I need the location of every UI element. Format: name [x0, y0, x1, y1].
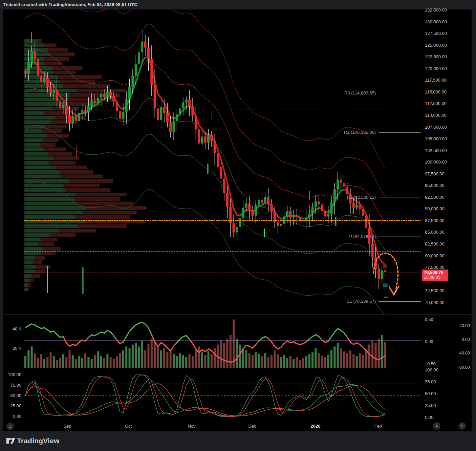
chart-canvas[interactable]: [0, 0, 476, 451]
tradingview-logo[interactable]: [6, 436, 16, 445]
pivot-label: P (84,076.32): [349, 234, 376, 239]
tradingview-wordmark[interactable]: TradingView: [17, 437, 60, 445]
current-price-value: 76,500.76: [424, 270, 443, 275]
outer-scale-border: [472, 9, 472, 431]
pane-separator-stoch[interactable]: [3, 370, 472, 370]
time-axis-border: [3, 422, 472, 422]
current-price-badge: 76,500.76 15:08:05: [422, 270, 448, 281]
pane-separator-volume[interactable]: [3, 314, 472, 315]
footer-bar: TradingView: [0, 431, 476, 451]
stoch-scale-label-left: 50.00: [5, 393, 21, 399]
pivot-label: R1 (92,520.11): [347, 195, 376, 200]
volume-scale-label: 40 K: [7, 326, 21, 332]
volume-scale-label: 20 K: [7, 346, 21, 351]
scale-a-label: A: [435, 424, 438, 428]
stoch-scale-label-left: 0.00: [5, 414, 21, 419]
timezone-button[interactable]: Z: [6, 423, 14, 430]
time-axis[interactable]: [3, 422, 472, 431]
stoch-scale-label-left: 25.00: [5, 403, 21, 409]
scale-b-button[interactable]: B: [458, 422, 466, 430]
scale-a-button[interactable]: A: [433, 422, 440, 430]
stoch-scale-label-left: 100.00: [5, 372, 21, 378]
pivot-label: S1 (70,239.57): [347, 299, 376, 304]
price-scale-border: [421, 9, 421, 431]
bar-countdown: 15:08:05: [424, 275, 448, 280]
stoch-scale-label-left: 75.00: [5, 383, 21, 388]
tradingview-chart-screen: Tickmill created with TradingView.com, F…: [0, 0, 476, 451]
timezone-button-label: Z: [9, 424, 12, 428]
pivot-label: R3 (114,800.65): [344, 90, 376, 96]
pivot-label: R2 (106,356.86): [344, 130, 376, 135]
scale-b-label: B: [461, 424, 463, 428]
price-axis[interactable]: [421, 9, 472, 422]
